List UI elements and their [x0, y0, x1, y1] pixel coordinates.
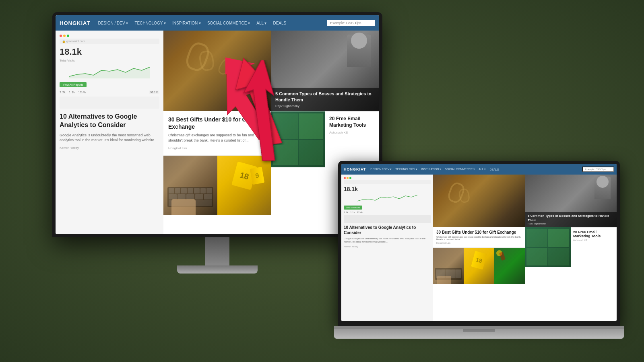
laptop-bottom-card3 [494, 248, 525, 296]
laptop-search-input[interactable] [582, 167, 614, 172]
article1-title: 10 Alternatives to Google Analytics to C… [60, 113, 159, 130]
analytics-number: 18.1k [60, 47, 159, 57]
dice-image: 18 9 [217, 156, 271, 215]
laptop-bosses-img: 5 Common Types of Bosses and Strategies … [525, 175, 617, 227]
keyboard-image [163, 156, 217, 215]
laptop-nav: HONGKIAT DESIGN / DEV ▾ TECHNOLOGY ▾ INS… [341, 164, 617, 175]
desktop-featured-block: 30 Best Gifts Under $10 for Gift Exchang… [163, 31, 271, 234]
monitor-stand-base [177, 265, 258, 274]
laptop-article2-desc: Christmas gift exchanges are supposed to… [436, 236, 522, 241]
laptop-nav-deals[interactable]: DEALS [488, 167, 500, 172]
desktop-search-input[interactable] [327, 20, 375, 26]
email-tools-block: 20 Free Email Marketing Tools Ashutosh K… [325, 111, 379, 167]
bosses-overlay: 5 Common Types of Bosses and Strategies … [271, 88, 379, 111]
laptop-nav-design[interactable]: DESIGN / DEV ▾ [369, 167, 393, 172]
laptop-article1-desc: Google Analytics is undoubtedly the most… [344, 237, 431, 244]
laptop-computer: HONGKIAT DESIGN / DEV ▾ TECHNOLOGY ▾ INS… [338, 161, 620, 350]
article2-desc: Christmas gift exchanges are supposed to… [168, 133, 266, 143]
laptop-bosses-overlay: 5 Common Types of Bosses and Strategies … [525, 212, 617, 227]
article2-title: 30 Best Gifts Under $10 for Gift Exchang… [168, 116, 266, 130]
laptop-frame: HONGKIAT DESIGN / DEV ▾ TECHNOLOGY ▾ INS… [338, 161, 620, 326]
desktop-monitor: HONGKIAT DESIGN / DEV ▾ TECHNOLOGY ▾ INS… [52, 12, 382, 294]
article3-author: Rajiv Sighamony [275, 104, 375, 108]
analytics-stats: 2.2k1.1k12.4k 99.1% [60, 90, 159, 94]
article3-title: 5 Common Types of Bosses and Strategies … [275, 91, 375, 103]
article2-author: Hongkiat Lim [168, 146, 266, 150]
laptop-content-grid: 18.1k View All Reports 2.2k1.1k12.4k 10 … [341, 175, 617, 321]
laptop-nav-tech[interactable]: TECHNOLOGY ▾ [394, 167, 419, 172]
article1-author: Kelvon Yeezy [60, 146, 159, 150]
monitor-screen: HONGKIAT DESIGN / DEV ▾ TECHNOLOGY ▾ INS… [56, 15, 379, 234]
laptop-chart [344, 192, 431, 202]
analytics-label: Total Visits [60, 59, 159, 62]
desktop-right-top: 5 Common Types of Bosses and Strategies … [271, 31, 379, 111]
bottom-card-1 [163, 156, 217, 215]
nav-item-tech[interactable]: TECHNOLOGY ▾ [132, 19, 169, 27]
article4-author: Ashutosh KS [329, 131, 375, 134]
laptop-right: 5 Common Types of Bosses and Strategies … [525, 175, 617, 321]
nav-item-all[interactable]: ALL ▾ [254, 19, 269, 27]
laptop-bottom-card1 [433, 248, 464, 296]
nav-item-social[interactable]: SOCIAL COMMERCE ▾ [204, 19, 253, 27]
laptop-third-img [494, 248, 525, 284]
laptop-nav-social[interactable]: SOCIAL COMMERCE ▾ [443, 167, 477, 172]
laptop-article3-title: 5 Common Types of Bosses and Strategies … [528, 214, 614, 222]
laptop-article1-author: Kelvon Yeezy [344, 245, 431, 248]
nav-item-inspiration[interactable]: INSPIRATION ▾ [169, 19, 204, 27]
laptop-dice-img: 18 [464, 248, 494, 284]
bottom-card-2: 18 9 [217, 156, 271, 215]
laptop-right-top: 5 Common Types of Bosses and Strategies … [525, 175, 617, 227]
laptop-keyboard-img [433, 248, 464, 284]
laptop-article4-author: Ashutosh KS [573, 239, 614, 241]
article1-desc: Google Analytics is undoubtedly the most… [60, 133, 159, 143]
laptop-base [334, 329, 624, 339]
laptop-nav-all[interactable]: ALL ▾ [477, 167, 487, 172]
laptop-featured-content: 30 Best Gifts Under $10 for Gift Exchang… [433, 227, 525, 247]
analytics-chart [60, 62, 159, 78]
laptop-email-tools: 20 Free Email Marketing Tools Ashutosh K… [571, 227, 617, 267]
bosses-image: 5 Common Types of Bosses and Strategies … [271, 31, 379, 111]
laptop-nav-inspiration[interactable]: INSPIRATION ▾ [419, 167, 443, 172]
desktop-website: HONGKIAT DESIGN / DEV ▾ TECHNOLOGY ▾ INS… [56, 15, 379, 234]
nav-item-deals[interactable]: DEALS [270, 19, 289, 27]
laptop-analytics: 18.1k View All Reports 2.2k1.1k12.4k 10 … [341, 175, 433, 321]
desktop-content-grid: 🔒 greenmint.com 18.1k Total Visits View … [56, 31, 379, 234]
desktop-nav: HONGKIAT DESIGN / DEV ▾ TECHNOLOGY ▾ INS… [56, 15, 379, 31]
desktop-logo: HONGKIAT [60, 20, 90, 26]
laptop-article3-author: Rajiv Sighamony [528, 222, 614, 225]
laptop-article2-title: 30 Best Gifts Under $10 for Gift Exchang… [436, 230, 522, 234]
laptop-bottom-row: 18 [433, 247, 525, 296]
monitor-frame: HONGKIAT DESIGN / DEV ▾ TECHNOLOGY ▾ INS… [52, 12, 382, 237]
laptop-featured-image [433, 175, 525, 227]
featured-content: 30 Best Gifts Under $10 for Gift Exchang… [163, 111, 271, 155]
desktop-analytics-block: 🔒 greenmint.com 18.1k Total Visits View … [56, 31, 163, 234]
laptop-article1-title: 10 Alternatives to Google Analytics to C… [344, 225, 431, 235]
laptop-view-reports-btn[interactable]: View All Reports [344, 206, 362, 210]
desktop-bottom-row: 18 9 [163, 155, 271, 215]
article4-title: 20 Free Email Marketing Tools [329, 116, 375, 128]
laptop-logo: HONGKIAT [344, 167, 366, 171]
laptop-analytics-stats: 2.2k1.1k12.4k [344, 211, 431, 214]
laptop-website: HONGKIAT DESIGN / DEV ▾ TECHNOLOGY ▾ INS… [341, 164, 617, 321]
featured-image [163, 31, 271, 111]
nav-item-design[interactable]: DESIGN / DEV ▾ [95, 19, 131, 27]
laptop-screen: HONGKIAT DESIGN / DEV ▾ TECHNOLOGY ▾ INS… [341, 164, 617, 321]
monitor-stand-neck [205, 237, 229, 265]
laptop-bottom-card2: 18 [464, 248, 494, 296]
view-reports-button[interactable]: View All Reports [60, 82, 87, 87]
laptop-hinge [334, 326, 624, 329]
laptop-analytics-number: 18.1k [344, 186, 431, 192]
laptop-article4-title: 20 Free Email Marketing Tools [573, 230, 614, 238]
laptop-featured: 30 Best Gifts Under $10 for Gift Exchang… [433, 175, 525, 321]
laptop-article2-author: Hongkiat Lim [436, 242, 522, 244]
